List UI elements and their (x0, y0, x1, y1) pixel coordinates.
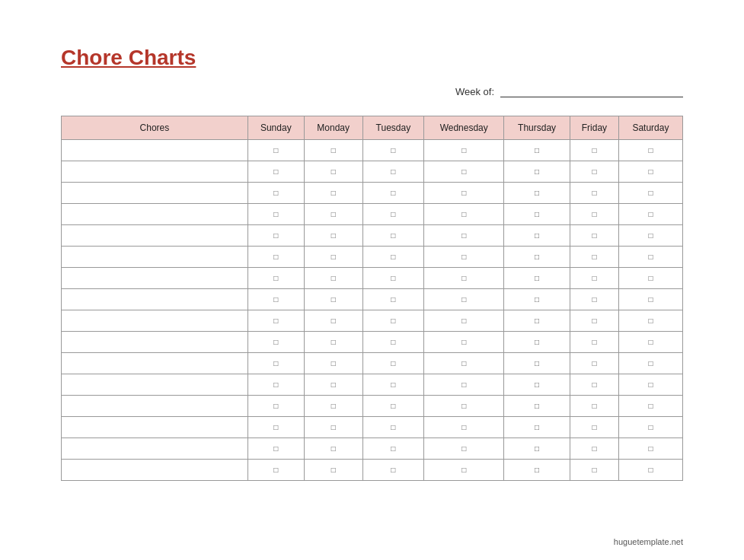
checkbox-row3-sunday[interactable]: □ (247, 204, 304, 225)
checkbox-row13-thursday[interactable]: □ (504, 417, 570, 438)
checkbox-row15-saturday[interactable]: □ (618, 460, 682, 481)
checkbox-row12-thursday[interactable]: □ (504, 396, 570, 417)
checkbox-row1-wednesday[interactable]: □ (424, 161, 504, 183)
checkbox-row11-sunday[interactable]: □ (247, 374, 304, 396)
checkbox-row14-monday[interactable]: □ (304, 438, 362, 460)
checkbox-row3-tuesday[interactable]: □ (362, 204, 424, 225)
checkbox-row9-sunday[interactable]: □ (247, 332, 304, 353)
checkbox-row0-saturday[interactable]: □ (618, 140, 682, 161)
checkbox-row5-wednesday[interactable]: □ (424, 247, 504, 268)
checkbox-row14-saturday[interactable]: □ (618, 438, 682, 460)
checkbox-row5-tuesday[interactable]: □ (362, 247, 424, 268)
checkbox-row15-monday[interactable]: □ (304, 460, 362, 481)
checkbox-row0-thursday[interactable]: □ (504, 140, 570, 161)
checkbox-row6-monday[interactable]: □ (304, 268, 362, 289)
checkbox-row10-sunday[interactable]: □ (247, 353, 304, 374)
checkbox-row15-sunday[interactable]: □ (247, 460, 304, 481)
checkbox-row7-sunday[interactable]: □ (247, 289, 304, 310)
checkbox-row6-wednesday[interactable]: □ (424, 268, 504, 289)
checkbox-row4-wednesday[interactable]: □ (424, 225, 504, 247)
checkbox-row7-tuesday[interactable]: □ (362, 289, 424, 310)
checkbox-row8-sunday[interactable]: □ (247, 310, 304, 332)
checkbox-row12-tuesday[interactable]: □ (362, 396, 424, 417)
checkbox-row1-saturday[interactable]: □ (618, 161, 682, 183)
checkbox-row0-monday[interactable]: □ (304, 140, 362, 161)
checkbox-row11-saturday[interactable]: □ (618, 374, 682, 396)
checkbox-row5-sunday[interactable]: □ (247, 247, 304, 268)
checkbox-row1-friday[interactable]: □ (570, 161, 619, 183)
checkbox-row13-monday[interactable]: □ (304, 417, 362, 438)
checkbox-row6-saturday[interactable]: □ (618, 268, 682, 289)
checkbox-row6-thursday[interactable]: □ (504, 268, 570, 289)
checkbox-row12-monday[interactable]: □ (304, 396, 362, 417)
checkbox-row9-monday[interactable]: □ (304, 332, 362, 353)
checkbox-row5-thursday[interactable]: □ (504, 247, 570, 268)
checkbox-row4-tuesday[interactable]: □ (362, 225, 424, 247)
checkbox-row8-monday[interactable]: □ (304, 310, 362, 332)
checkbox-row8-tuesday[interactable]: □ (362, 310, 424, 332)
checkbox-row12-friday[interactable]: □ (570, 396, 619, 417)
checkbox-row6-sunday[interactable]: □ (247, 268, 304, 289)
checkbox-row2-saturday[interactable]: □ (618, 183, 682, 204)
checkbox-row6-tuesday[interactable]: □ (362, 268, 424, 289)
checkbox-row14-tuesday[interactable]: □ (362, 438, 424, 460)
week-of-input[interactable] (500, 85, 683, 97)
checkbox-row1-thursday[interactable]: □ (504, 161, 570, 183)
checkbox-row2-friday[interactable]: □ (570, 183, 619, 204)
checkbox-row13-sunday[interactable]: □ (247, 417, 304, 438)
checkbox-row0-tuesday[interactable]: □ (362, 140, 424, 161)
checkbox-row9-thursday[interactable]: □ (504, 332, 570, 353)
checkbox-row3-wednesday[interactable]: □ (424, 204, 504, 225)
checkbox-row2-wednesday[interactable]: □ (424, 183, 504, 204)
checkbox-row3-friday[interactable]: □ (570, 204, 619, 225)
checkbox-row9-saturday[interactable]: □ (618, 332, 682, 353)
checkbox-row13-friday[interactable]: □ (570, 417, 619, 438)
checkbox-row13-wednesday[interactable]: □ (424, 417, 504, 438)
checkbox-row13-tuesday[interactable]: □ (362, 417, 424, 438)
checkbox-row6-friday[interactable]: □ (570, 268, 619, 289)
checkbox-row8-saturday[interactable]: □ (618, 310, 682, 332)
checkbox-row2-sunday[interactable]: □ (247, 183, 304, 204)
checkbox-row2-monday[interactable]: □ (304, 183, 362, 204)
checkbox-row4-monday[interactable]: □ (304, 225, 362, 247)
checkbox-row9-friday[interactable]: □ (570, 332, 619, 353)
checkbox-row3-saturday[interactable]: □ (618, 204, 682, 225)
checkbox-row14-friday[interactable]: □ (570, 438, 619, 460)
checkbox-row9-wednesday[interactable]: □ (424, 332, 504, 353)
checkbox-row14-wednesday[interactable]: □ (424, 438, 504, 460)
checkbox-row15-tuesday[interactable]: □ (362, 460, 424, 481)
checkbox-row10-wednesday[interactable]: □ (424, 353, 504, 374)
checkbox-row14-thursday[interactable]: □ (504, 438, 570, 460)
checkbox-row0-friday[interactable]: □ (570, 140, 619, 161)
checkbox-row7-friday[interactable]: □ (570, 289, 619, 310)
checkbox-row8-wednesday[interactable]: □ (424, 310, 504, 332)
checkbox-row10-friday[interactable]: □ (570, 353, 619, 374)
checkbox-row5-monday[interactable]: □ (304, 247, 362, 268)
checkbox-row4-friday[interactable]: □ (570, 225, 619, 247)
checkbox-row10-tuesday[interactable]: □ (362, 353, 424, 374)
checkbox-row0-sunday[interactable]: □ (247, 140, 304, 161)
checkbox-row11-tuesday[interactable]: □ (362, 374, 424, 396)
checkbox-row7-thursday[interactable]: □ (504, 289, 570, 310)
checkbox-row14-sunday[interactable]: □ (247, 438, 304, 460)
checkbox-row15-friday[interactable]: □ (570, 460, 619, 481)
checkbox-row9-tuesday[interactable]: □ (362, 332, 424, 353)
checkbox-row12-saturday[interactable]: □ (618, 396, 682, 417)
checkbox-row4-sunday[interactable]: □ (247, 225, 304, 247)
checkbox-row3-thursday[interactable]: □ (504, 204, 570, 225)
checkbox-row1-monday[interactable]: □ (304, 161, 362, 183)
checkbox-row12-sunday[interactable]: □ (247, 396, 304, 417)
checkbox-row11-monday[interactable]: □ (304, 374, 362, 396)
checkbox-row2-thursday[interactable]: □ (504, 183, 570, 204)
checkbox-row11-friday[interactable]: □ (570, 374, 619, 396)
checkbox-row7-monday[interactable]: □ (304, 289, 362, 310)
checkbox-row5-saturday[interactable]: □ (618, 247, 682, 268)
checkbox-row3-monday[interactable]: □ (304, 204, 362, 225)
checkbox-row0-wednesday[interactable]: □ (424, 140, 504, 161)
checkbox-row10-monday[interactable]: □ (304, 353, 362, 374)
checkbox-row11-thursday[interactable]: □ (504, 374, 570, 396)
checkbox-row13-saturday[interactable]: □ (618, 417, 682, 438)
checkbox-row15-wednesday[interactable]: □ (424, 460, 504, 481)
checkbox-row1-tuesday[interactable]: □ (362, 161, 424, 183)
checkbox-row10-thursday[interactable]: □ (504, 353, 570, 374)
